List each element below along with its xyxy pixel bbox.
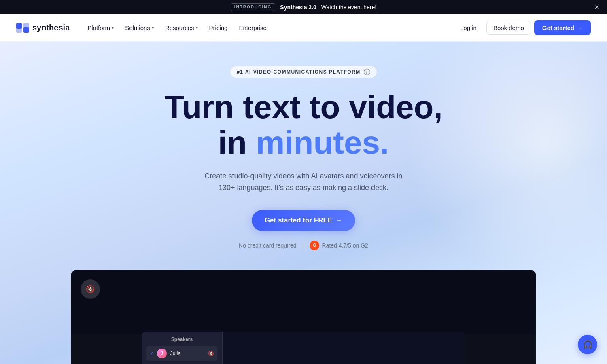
announcement-bar: INTRODUCING Synthesia 2.0 Watch the even… [0, 0, 607, 14]
nav-right: Log in Book demo Get started → [454, 20, 591, 35]
hero-subtext: Create studio-quality videos with AI ava… [198, 170, 409, 194]
chevron-down-icon: ▾ [112, 25, 114, 30]
logo-text: synthesia [32, 23, 70, 32]
divider [303, 242, 303, 249]
hero-headline: Turn text to video, in minutes. [164, 89, 442, 161]
video-preview-area [223, 332, 465, 364]
hero-meta: No credit card required G Rated 4.7/5 on… [239, 241, 368, 250]
video-dark-area [71, 270, 536, 334]
announcement-link[interactable]: Watch the event here! [321, 4, 376, 11]
arrow-icon: → [335, 216, 342, 224]
intro-badge: INTRODUCING [231, 3, 276, 11]
speaker-name: Julia [170, 350, 181, 356]
speakers-label: Speakers [146, 336, 217, 342]
get-started-nav-button[interactable]: Get started → [534, 20, 591, 35]
g2-icon: G [310, 241, 319, 250]
video-main: ▶ 00:00 / 00:35 🔊 [223, 332, 465, 364]
check-icon: ✓ [150, 351, 154, 356]
hero-badge: #1 AI VIDEO COMMUNICATIONS PLATFORM i [230, 66, 377, 78]
video-sidebar: Speakers ✓ J Julia 🔇 [142, 332, 223, 364]
nav-resources[interactable]: Resources ▾ [160, 21, 203, 34]
chevron-down-icon: ▾ [152, 25, 154, 30]
hero-section: #1 AI VIDEO COMMUNICATIONS PLATFORM i Tu… [0, 42, 607, 364]
nav-pricing[interactable]: Pricing [204, 21, 233, 34]
hero-cta-button[interactable]: Get started for FREE → [252, 210, 355, 231]
arrow-icon: → [577, 24, 583, 31]
book-demo-button[interactable]: Book demo [486, 21, 531, 35]
main-nav: synthesia Platform ▾ Solutions ▾ Resourc… [0, 14, 607, 42]
mute-icon: 🔇 [86, 285, 95, 294]
video-ui-overlay: Speakers ✓ J Julia 🔇 ▶ 00:00 [142, 332, 465, 364]
nav-platform[interactable]: Platform ▾ [83, 21, 119, 34]
hero-highlight: minutes. [256, 125, 389, 161]
svg-rect-2 [16, 27, 22, 33]
g2-badge: G Rated 4.7/5 on G2 [310, 241, 368, 250]
support-chat-button[interactable]: 🎧 [578, 335, 597, 354]
video-ui-panel: Speakers ✓ J Julia 🔇 ▶ 00:00 [142, 332, 465, 364]
login-button[interactable]: Log in [454, 21, 483, 34]
mute-button[interactable]: 🔇 [81, 279, 100, 299]
nav-solutions[interactable]: Solutions ▾ [120, 21, 159, 34]
info-icon[interactable]: i [364, 69, 370, 75]
chevron-down-icon: ▾ [196, 25, 198, 30]
headphones-icon: 🎧 [583, 340, 593, 349]
nav-links: Platform ▾ Solutions ▾ Resources ▾ Prici… [83, 21, 454, 34]
nav-enterprise[interactable]: Enterprise [234, 21, 271, 34]
close-announcement-button[interactable]: × [594, 4, 599, 11]
g2-rating: Rated 4.7/5 on G2 [322, 242, 368, 249]
announcement-title: Synthesia 2.0 [280, 4, 316, 11]
speaker-mute-icon: 🔇 [208, 351, 214, 356]
logo-icon [16, 23, 29, 33]
svg-rect-3 [23, 27, 29, 33]
speaker-avatar: J [157, 349, 167, 358]
logo-link[interactable]: synthesia [16, 23, 70, 33]
speaker-item: ✓ J Julia 🔇 [146, 346, 217, 361]
no-card-text: No credit card required [239, 242, 296, 249]
video-container: 🔇 Speakers ✓ J Julia 🔇 [71, 270, 536, 364]
